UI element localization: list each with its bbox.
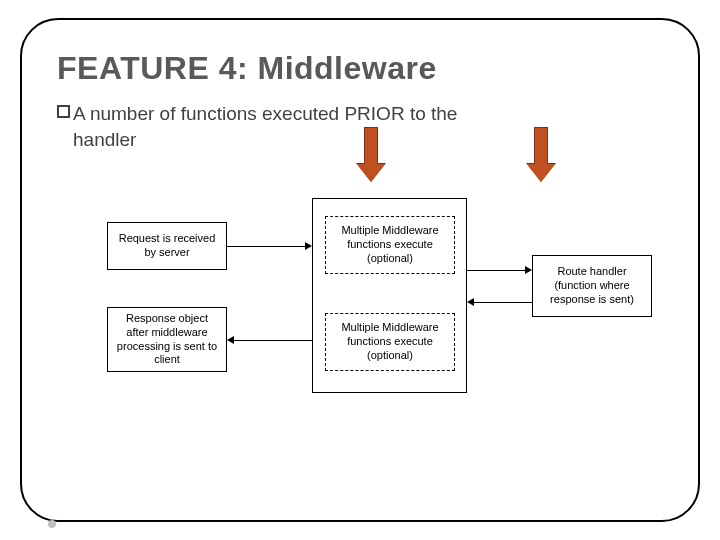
bullet-text: A number of functions executed PRIOR to … bbox=[73, 101, 457, 152]
flow-diagram: Request is received by server Response o… bbox=[107, 210, 667, 430]
arrowhead-icon bbox=[227, 336, 234, 344]
connector-line bbox=[474, 302, 532, 303]
arrowhead-icon bbox=[305, 242, 312, 250]
arrowhead-icon bbox=[525, 266, 532, 274]
arrowhead-icon bbox=[467, 298, 474, 306]
box-request: Request is received by server bbox=[107, 222, 227, 270]
slide-frame: FEATURE 4: Middleware A number of functi… bbox=[20, 18, 700, 522]
bullet-square-icon bbox=[57, 105, 70, 118]
arrow-down-middleware-icon bbox=[357, 127, 385, 187]
page-indicator-dot bbox=[48, 520, 56, 528]
bullet-line1: A number of functions executed PRIOR to … bbox=[73, 103, 457, 124]
box-response: Response object after middleware process… bbox=[107, 307, 227, 372]
arrow-down-handler-icon bbox=[527, 127, 555, 187]
bullet-line2: handler bbox=[73, 127, 457, 153]
connector-line bbox=[467, 270, 525, 271]
connector-line bbox=[227, 246, 305, 247]
connector-line bbox=[234, 340, 312, 341]
slide-title: FEATURE 4: Middleware bbox=[57, 50, 668, 87]
box-middleware-top: Multiple Middleware functions execute (o… bbox=[325, 216, 455, 274]
box-middleware-bottom: Multiple Middleware functions execute (o… bbox=[325, 313, 455, 371]
box-route-handler: Route handler (function where response i… bbox=[532, 255, 652, 317]
